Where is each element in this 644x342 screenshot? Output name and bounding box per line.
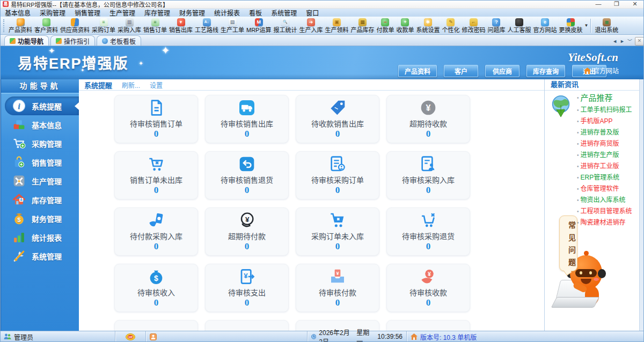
news-link[interactable]: •进销存工业版 [577,161,639,172]
tag-icon [329,99,346,116]
reminder-card-待审核收入[interactable]: $待审核收入0 [114,264,198,312]
tab-老板看板[interactable]: 老板看板 [97,35,141,46]
toolbar-item-sales-out[interactable]: ▾销售出库 [168,18,194,34]
toolbar-item-work-order[interactable]: ▤生产工单 [219,18,245,34]
menu-item[interactable]: 看板 [249,8,262,17]
sidebar-item-系统管理[interactable]: 系统管理 [1,247,79,265]
toolbar-item-receipt[interactable]: +收款单 [395,18,415,34]
sidebar-item-系统提醒[interactable]: i系统提醒 [5,96,79,115]
reminder-card[interactable] [386,320,470,331]
dropdown-caret-icon[interactable]: ▼ [584,23,588,28]
menu-item[interactable]: 基本信息 [5,8,31,17]
toolbar-item-material-issue[interactable]: ▣生产领料 [324,18,349,34]
toolbar-item-question[interactable]: ?问题库 [486,18,506,34]
reminder-card[interactable] [114,320,198,331]
toolbar-item-product-stock[interactable]: ▦产品库存 [349,18,375,34]
toolbar-item-website[interactable]: e官方网站 [532,18,558,34]
sidebar-item-统计报表[interactable]: 统计报表 [1,228,79,247]
toolbar-item-password[interactable]: ⌐修改密码 [460,18,486,34]
news-link[interactable]: •工单手机扫码报工 [577,105,639,116]
menu-item[interactable]: 系统管理 [271,8,297,17]
news-link[interactable]: •仓库管理软件 [577,183,639,195]
news-link[interactable]: •进销存商贸版 [577,138,639,150]
status-date: 2026年2月2日 [319,328,350,342]
reminder-card-待审核采购退货[interactable]: 待审核采购退货0 [386,207,470,256]
toolbar-item-mrp[interactable]: MMRP运算 [245,18,272,34]
tab-scroll-left-icon[interactable]: ◄ [612,39,617,44]
toolbar-item-product[interactable]: 产品资料 [8,18,33,34]
news-link[interactable]: •陶瓷建材进销存 [577,217,639,228]
sidebar-item-基本信息[interactable]: 基本信息 [1,115,79,134]
news-link[interactable]: •手机版APP [577,116,639,127]
toolbar-item-exit[interactable]: ◼退出系统 [594,18,619,34]
banner-button-客户[interactable]: 客户 [444,65,478,77]
refresh-link[interactable]: 刷新... [122,80,140,90]
purchase-order-icon: ≡ [100,18,108,26]
scrollbar-track[interactable] [639,79,643,331]
reminder-card-待审核采购订单[interactable]: 待审核采购订单0 [296,151,379,199]
maximize-button[interactable]: ❐ [608,0,626,8]
reminder-card-待审核支出[interactable]: ¥待审核支出0 [205,264,289,312]
toolbar-item-process-route[interactable]: A↓工艺路线 [194,18,219,34]
wrench-icon [12,249,26,263]
toolbar-item-production-in[interactable]: ➜生产入库 [298,18,324,34]
reminder-card-待审核收款[interactable]: ¥待审核收款0 [386,264,470,312]
minimize-button[interactable]: — [589,0,608,8]
toolbar-item-supplier[interactable]: 供应商资料 [59,18,91,34]
reminder-card-待付款采购入库[interactable]: 待付款采购入库0 [114,207,198,256]
toolbar-item-sales-order[interactable]: ≡销售订单 [142,18,168,34]
menu-item[interactable]: 窗口 [306,8,319,17]
reminder-card[interactable] [205,320,289,331]
tab-list-icon[interactable]: ﹀ [627,38,632,45]
reminder-card-销售订单未出库[interactable]: 销售订单未出库0 [114,151,198,199]
menu-item[interactable]: 生产管理 [109,8,135,17]
banner-button-产品资料[interactable]: 产品资料 [398,65,437,77]
menu-item[interactable]: 采购管理 [40,8,65,17]
sidebar-item-销售管理[interactable]: 销售管理 [1,153,79,172]
reminder-card-超期待收款[interactable]: ¥超期待收款0 [386,95,470,143]
settings-link[interactable]: 设置 [150,80,163,90]
banner-button-库存查询[interactable]: 库存查询 [526,65,565,77]
news-link[interactable]: •ERP管理系统 [577,172,639,183]
toolbar-item-report-stats[interactable]: 🔍报工统计 [272,18,298,34]
reminder-card-超期待付款[interactable]: ¥超期待付款0 [205,207,289,256]
faq-bubble[interactable]: 常见问题 [559,215,577,271]
toolbar-item-payment[interactable]: −付款单 [375,18,395,34]
sidebar-item-生产管理[interactable]: 生产管理 [1,172,79,190]
news-link[interactable]: •进销存普及版 [577,127,639,138]
news-link[interactable]: •产品推荐 [577,92,639,105]
official-site-link[interactable]: 官方网站 [584,66,619,75]
close-button[interactable]: ✕ [626,0,644,8]
news-link[interactable]: •工程项目管理系统 [577,206,639,217]
reminder-card-采购订单未入库[interactable]: 采购订单未入库0 [296,207,379,256]
banner-button-供应商[interactable]: 供应商 [485,65,519,77]
reminder-card-待审核销售出库[interactable]: 待审核销售出库0 [205,95,289,143]
news-link[interactable]: •进销存生产版 [577,150,639,161]
sidebar-item-库存管理[interactable]: 库存管理 [1,190,79,209]
tab-操作指引[interactable]: 操作指引 [50,35,95,46]
menu-item[interactable]: 销售管理 [75,8,100,17]
sidebar-item-财务管理[interactable]: $财务管理 [1,209,79,228]
tab-功能导航[interactable]: 功能导航 [4,35,49,46]
tab-scroll-right-icon[interactable]: ► [620,39,625,44]
menu-item[interactable]: 财务管理 [179,8,205,17]
toolbar-item-service[interactable]: 人工客服 [506,18,532,34]
reminder-card-待收款销售出库[interactable]: 待收款销售出库0 [296,95,379,143]
reminder-card-待审核销售订单[interactable]: 待审核销售订单0 [114,95,198,143]
toolbar-item-skin[interactable]: 更换皮肤▼ [558,18,588,34]
reminder-card-value: 0 [154,185,159,196]
toolbar-item-purchase-in[interactable]: ▥采购入库 [116,18,142,34]
toolbar-item-purchase-order[interactable]: ≡采购订单 [91,18,116,34]
toolbar-item-customer[interactable]: 客户资料 [33,18,59,34]
toolbar-item-personalize[interactable]: ✎个性化 [441,18,460,34]
menu-item[interactable]: 统计报表 [214,8,240,17]
skin-icon [567,18,575,26]
menu-item[interactable]: 库存管理 [144,8,170,17]
toolbar-item-settings[interactable]: ✱系统设置 [415,18,441,34]
reminder-card-待审核销售退货[interactable]: 待审核销售退货0 [205,151,289,199]
reminder-card-待审核付款[interactable]: ¥待审核付款0 [296,264,379,312]
sidebar-item-采购管理[interactable]: 采购管理 [1,134,79,153]
news-link[interactable]: •物资出入库系统 [577,195,639,206]
tab-close-icon[interactable]: ✕ [635,37,644,46]
reminder-card-待审核采购入库[interactable]: 待审核采购入库0 [386,151,470,199]
